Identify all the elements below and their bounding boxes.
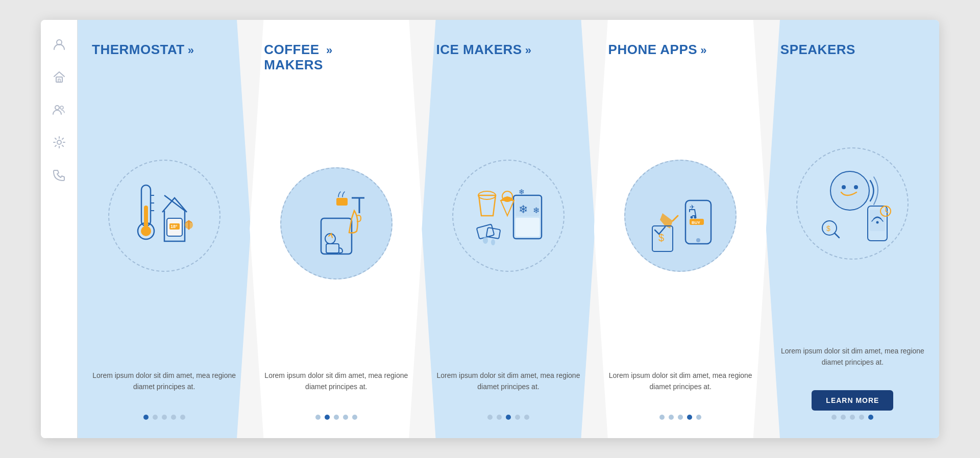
svg-text:❄: ❄	[533, 206, 540, 215]
svg-point-3	[55, 106, 59, 110]
dot-2[interactable]	[669, 415, 674, 420]
ice-makers-title: ICE MAKERS »	[436, 42, 580, 58]
people-icon[interactable]	[51, 101, 67, 118]
ice-circle: ❄ ❄ ❄	[452, 160, 565, 272]
ice-text: Lorem ipsum dolor sit dim amet, mea regi…	[436, 370, 580, 406]
thermostat-circle: 18°	[108, 160, 220, 272]
dot-5[interactable]	[868, 415, 873, 420]
coffee-circle	[280, 167, 393, 279]
phone-apps-title: PHONE APPS »	[608, 42, 753, 58]
speakers-text: Lorem ipsum dolor sit dim amet, mea regi…	[780, 345, 925, 382]
ice-illustration: ❄ ❄ ❄	[436, 67, 580, 365]
svg-text:✈: ✈	[690, 203, 695, 211]
svg-point-40	[694, 216, 697, 218]
phone-icon[interactable]	[51, 167, 67, 183]
dot-2[interactable]	[153, 415, 158, 420]
dot-3[interactable]	[506, 415, 511, 420]
svg-text:❄: ❄	[519, 188, 525, 196]
dot-4[interactable]	[343, 415, 348, 420]
svg-text:BUY: BUY	[692, 220, 701, 225]
coffee-illustration	[264, 82, 408, 365]
svg-point-46	[830, 171, 869, 210]
thermostat-illustration: 18°	[92, 67, 236, 365]
dot-1[interactable]	[659, 415, 665, 420]
svg-point-39	[691, 216, 693, 218]
svg-point-47	[842, 185, 846, 189]
dot-5[interactable]	[524, 415, 529, 420]
dot-3[interactable]	[678, 415, 683, 420]
dot-4[interactable]	[859, 415, 864, 420]
phone-apps-panel: PHONE APPS »	[594, 20, 767, 438]
thermostat-panel: THERMOSTAT »	[78, 20, 251, 438]
learn-more-button[interactable]: LEARN MORE	[812, 390, 893, 411]
dot-5[interactable]	[180, 415, 185, 420]
thermostat-title: THERMOSTAT »	[92, 42, 236, 58]
panels-wrapper: THERMOSTAT »	[78, 20, 939, 438]
svg-point-9	[141, 226, 151, 236]
svg-text:$: $	[826, 224, 830, 233]
user-icon[interactable]	[51, 36, 67, 53]
svg-rect-1	[56, 77, 62, 82]
coffee-makers-title: COFFEE MAKERS »	[264, 42, 408, 73]
thermostat-dots	[92, 415, 236, 420]
coffee-text: Lorem ipsum dolor sit dim amet, mea regi…	[264, 370, 408, 406]
ice-makers-panel: ICE MAKERS » ❄ ❄ ❄	[422, 20, 595, 438]
thermostat-text: Lorem ipsum dolor sit dim amet, mea regi…	[92, 370, 236, 406]
dot-2[interactable]	[841, 415, 846, 420]
speakers-panel: SPEAKERS	[766, 20, 939, 438]
svg-point-5	[57, 140, 61, 144]
svg-text:❄: ❄	[519, 203, 528, 216]
svg-point-32	[483, 237, 488, 244]
ice-dots	[436, 415, 580, 420]
dot-3[interactable]	[162, 415, 167, 420]
svg-rect-26	[516, 218, 540, 237]
app-container: THERMOSTAT »	[41, 20, 939, 438]
dot-4[interactable]	[171, 415, 176, 420]
sidebar	[41, 20, 78, 438]
phone-circle: BUY ✈ $	[624, 160, 737, 272]
home-icon[interactable]	[51, 69, 67, 85]
thermostat-chevron: »	[188, 44, 194, 57]
dot-5[interactable]	[696, 415, 701, 420]
speakers-illustration: $	[780, 67, 925, 340]
dot-2[interactable]	[497, 415, 502, 420]
svg-line-57	[835, 233, 839, 238]
dot-1[interactable]	[487, 415, 493, 420]
coffee-dots	[264, 415, 408, 420]
svg-rect-50	[870, 210, 885, 231]
ice-chevron: »	[525, 44, 532, 57]
svg-point-38	[696, 238, 700, 242]
phone-dots	[608, 415, 753, 420]
svg-rect-19	[326, 244, 339, 253]
svg-text:18°: 18°	[170, 224, 178, 229]
svg-point-4	[60, 106, 63, 109]
speakers-title: SPEAKERS	[780, 42, 925, 58]
svg-point-51	[876, 221, 879, 223]
dot-1[interactable]	[143, 415, 149, 420]
phone-text: Lorem ipsum dolor sit dim amet, mea regi…	[608, 370, 753, 406]
coffee-makers-panel: COFFEE MAKERS »	[250, 20, 423, 438]
phone-chevron: »	[700, 44, 707, 57]
dot-3[interactable]	[850, 415, 855, 420]
dot-5[interactable]	[352, 415, 357, 420]
settings-icon[interactable]	[51, 134, 67, 150]
dot-3[interactable]	[334, 415, 339, 420]
dot-4[interactable]	[515, 415, 520, 420]
svg-rect-22	[336, 198, 348, 206]
speakers-dots	[780, 415, 925, 420]
svg-point-33	[491, 239, 495, 245]
svg-point-48	[854, 185, 858, 189]
speakers-circle: $	[796, 147, 909, 260]
phone-illustration: BUY ✈ $	[608, 67, 753, 365]
coffee-chevron: »	[326, 44, 333, 57]
dot-1[interactable]	[315, 415, 321, 420]
dot-1[interactable]	[831, 415, 837, 420]
dot-2[interactable]	[325, 415, 330, 420]
dot-4[interactable]	[687, 415, 692, 420]
